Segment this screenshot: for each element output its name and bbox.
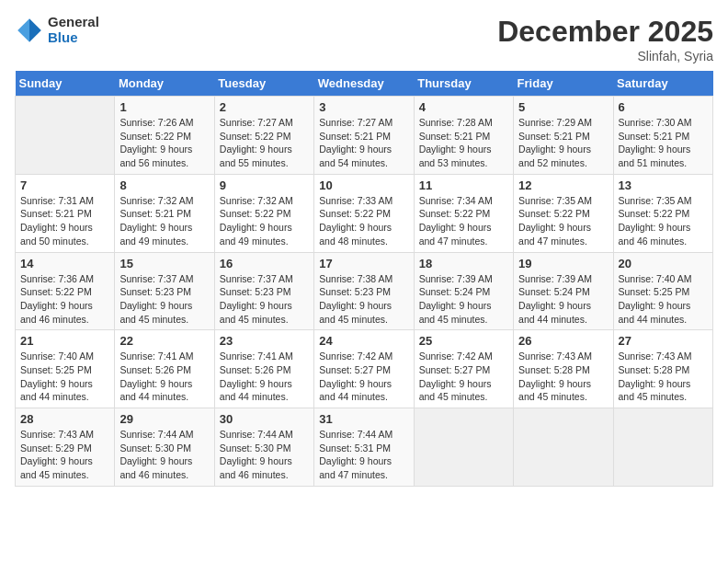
calendar-cell: 28Sunrise: 7:43 AM Sunset: 5:29 PM Dayli… [16, 408, 115, 487]
day-info: Sunrise: 7:27 AM Sunset: 5:22 PM Dayligh… [220, 116, 309, 170]
calendar-cell: 24Sunrise: 7:42 AM Sunset: 5:27 PM Dayli… [314, 330, 414, 408]
day-number: 8 [119, 178, 209, 192]
calendar-cell [414, 408, 513, 487]
calendar-cell: 4Sunrise: 7:28 AM Sunset: 5:21 PM Daylig… [414, 97, 513, 175]
day-info: Sunrise: 7:40 AM Sunset: 5:25 PM Dayligh… [20, 350, 109, 404]
calendar-week-row: 14Sunrise: 7:36 AM Sunset: 5:22 PM Dayli… [16, 252, 713, 330]
calendar-cell: 25Sunrise: 7:42 AM Sunset: 5:27 PM Dayli… [414, 330, 513, 408]
calendar-cell [514, 408, 613, 487]
day-info: Sunrise: 7:41 AM Sunset: 5:26 PM Dayligh… [119, 350, 209, 404]
day-number: 22 [119, 334, 209, 348]
day-number: 5 [518, 100, 608, 114]
day-number: 15 [119, 257, 209, 270]
calendar-cell: 26Sunrise: 7:43 AM Sunset: 5:28 PM Dayli… [514, 330, 613, 408]
day-info: Sunrise: 7:32 AM Sunset: 5:21 PM Dayligh… [119, 194, 209, 248]
day-number: 25 [419, 334, 508, 348]
calendar-cell: 19Sunrise: 7:39 AM Sunset: 5:24 PM Dayli… [514, 252, 613, 330]
day-info: Sunrise: 7:43 AM Sunset: 5:28 PM Dayligh… [518, 350, 608, 404]
calendar-cell: 6Sunrise: 7:30 AM Sunset: 5:21 PM Daylig… [613, 97, 712, 175]
day-info: Sunrise: 7:41 AM Sunset: 5:26 PM Dayligh… [220, 350, 309, 404]
day-number: 4 [419, 100, 508, 114]
day-number: 7 [20, 178, 109, 192]
day-info: Sunrise: 7:43 AM Sunset: 5:28 PM Dayligh… [619, 350, 708, 404]
svg-marker-0 [29, 18, 41, 42]
weekday-header-wednesday: Wednesday [314, 71, 414, 97]
day-info: Sunrise: 7:32 AM Sunset: 5:22 PM Dayligh… [220, 194, 309, 248]
day-number: 6 [619, 100, 708, 114]
calendar-cell: 8Sunrise: 7:32 AM Sunset: 5:21 PM Daylig… [115, 174, 214, 252]
location-subtitle: Slinfah, Syria [497, 49, 713, 63]
day-number: 14 [20, 257, 109, 270]
day-info: Sunrise: 7:38 AM Sunset: 5:23 PM Dayligh… [319, 272, 408, 327]
weekday-header-thursday: Thursday [414, 71, 513, 97]
day-number: 21 [20, 334, 109, 348]
calendar-cell: 9Sunrise: 7:32 AM Sunset: 5:22 PM Daylig… [214, 174, 313, 252]
calendar-cell [16, 97, 115, 175]
logo-general: General [48, 15, 99, 30]
calendar-table: SundayMondayTuesdayWednesdayThursdayFrid… [15, 71, 713, 487]
day-number: 2 [220, 100, 309, 114]
day-number: 31 [319, 412, 408, 426]
day-number: 16 [220, 257, 309, 270]
day-info: Sunrise: 7:37 AM Sunset: 5:23 PM Dayligh… [220, 272, 309, 327]
day-info: Sunrise: 7:36 AM Sunset: 5:22 PM Dayligh… [20, 272, 109, 327]
day-info: Sunrise: 7:44 AM Sunset: 5:30 PM Dayligh… [220, 428, 309, 482]
day-info: Sunrise: 7:29 AM Sunset: 5:21 PM Dayligh… [518, 116, 608, 170]
calendar-cell: 7Sunrise: 7:31 AM Sunset: 5:21 PM Daylig… [16, 174, 115, 252]
weekday-header-monday: Monday [115, 71, 214, 97]
day-info: Sunrise: 7:27 AM Sunset: 5:21 PM Dayligh… [319, 116, 408, 170]
calendar-cell: 16Sunrise: 7:37 AM Sunset: 5:23 PM Dayli… [214, 252, 313, 330]
day-number: 9 [220, 178, 309, 192]
calendar-week-row: 7Sunrise: 7:31 AM Sunset: 5:21 PM Daylig… [16, 174, 713, 252]
day-info: Sunrise: 7:26 AM Sunset: 5:22 PM Dayligh… [119, 116, 209, 170]
day-info: Sunrise: 7:35 AM Sunset: 5:22 PM Dayligh… [518, 194, 608, 248]
day-number: 12 [518, 178, 608, 192]
day-info: Sunrise: 7:35 AM Sunset: 5:22 PM Dayligh… [619, 194, 708, 248]
day-number: 28 [20, 412, 109, 426]
calendar-cell: 20Sunrise: 7:40 AM Sunset: 5:25 PM Dayli… [613, 252, 712, 330]
calendar-cell: 18Sunrise: 7:39 AM Sunset: 5:24 PM Dayli… [414, 252, 513, 330]
day-number: 24 [319, 334, 408, 348]
calendar-cell: 31Sunrise: 7:44 AM Sunset: 5:31 PM Dayli… [314, 408, 414, 487]
calendar-cell: 17Sunrise: 7:38 AM Sunset: 5:23 PM Dayli… [314, 252, 414, 330]
calendar-cell: 30Sunrise: 7:44 AM Sunset: 5:30 PM Dayli… [214, 408, 313, 487]
calendar-cell: 11Sunrise: 7:34 AM Sunset: 5:22 PM Dayli… [414, 174, 513, 252]
calendar-cell: 2Sunrise: 7:27 AM Sunset: 5:22 PM Daylig… [214, 97, 313, 175]
day-info: Sunrise: 7:44 AM Sunset: 5:31 PM Dayligh… [319, 428, 408, 482]
calendar-cell: 15Sunrise: 7:37 AM Sunset: 5:23 PM Dayli… [115, 252, 214, 330]
day-number: 18 [419, 257, 508, 270]
calendar-cell: 21Sunrise: 7:40 AM Sunset: 5:25 PM Dayli… [16, 330, 115, 408]
day-info: Sunrise: 7:34 AM Sunset: 5:22 PM Dayligh… [419, 194, 508, 248]
weekday-header-tuesday: Tuesday [214, 71, 313, 97]
day-number: 23 [220, 334, 309, 348]
day-number: 10 [319, 178, 408, 192]
day-number: 19 [518, 257, 608, 270]
calendar-cell: 3Sunrise: 7:27 AM Sunset: 5:21 PM Daylig… [314, 97, 414, 175]
day-number: 1 [119, 100, 209, 114]
svg-marker-1 [17, 18, 29, 42]
weekday-header-row: SundayMondayTuesdayWednesdayThursdayFrid… [16, 71, 713, 97]
day-info: Sunrise: 7:31 AM Sunset: 5:21 PM Dayligh… [20, 194, 109, 248]
calendar-cell: 10Sunrise: 7:33 AM Sunset: 5:22 PM Dayli… [314, 174, 414, 252]
calendar-week-row: 1Sunrise: 7:26 AM Sunset: 5:22 PM Daylig… [16, 97, 713, 175]
day-info: Sunrise: 7:39 AM Sunset: 5:24 PM Dayligh… [518, 272, 608, 327]
calendar-week-row: 28Sunrise: 7:43 AM Sunset: 5:29 PM Dayli… [16, 408, 713, 487]
page-header: General Blue December 2025 Slinfah, Syri… [15, 15, 713, 63]
logo-icon [15, 16, 44, 45]
logo: General Blue [15, 15, 99, 45]
day-info: Sunrise: 7:42 AM Sunset: 5:27 PM Dayligh… [419, 350, 508, 404]
calendar-cell: 1Sunrise: 7:26 AM Sunset: 5:22 PM Daylig… [115, 97, 214, 175]
day-info: Sunrise: 7:28 AM Sunset: 5:21 PM Dayligh… [419, 116, 508, 170]
day-info: Sunrise: 7:42 AM Sunset: 5:27 PM Dayligh… [319, 350, 408, 404]
weekday-header-friday: Friday [514, 71, 613, 97]
calendar-cell: 12Sunrise: 7:35 AM Sunset: 5:22 PM Dayli… [514, 174, 613, 252]
day-info: Sunrise: 7:44 AM Sunset: 5:30 PM Dayligh… [119, 428, 209, 482]
day-number: 20 [619, 257, 708, 270]
calendar-cell: 14Sunrise: 7:36 AM Sunset: 5:22 PM Dayli… [16, 252, 115, 330]
calendar-cell: 13Sunrise: 7:35 AM Sunset: 5:22 PM Dayli… [613, 174, 712, 252]
day-info: Sunrise: 7:33 AM Sunset: 5:22 PM Dayligh… [319, 194, 408, 248]
day-info: Sunrise: 7:37 AM Sunset: 5:23 PM Dayligh… [119, 272, 209, 327]
day-number: 3 [319, 100, 408, 114]
day-number: 11 [419, 178, 508, 192]
calendar-cell: 27Sunrise: 7:43 AM Sunset: 5:28 PM Dayli… [613, 330, 712, 408]
